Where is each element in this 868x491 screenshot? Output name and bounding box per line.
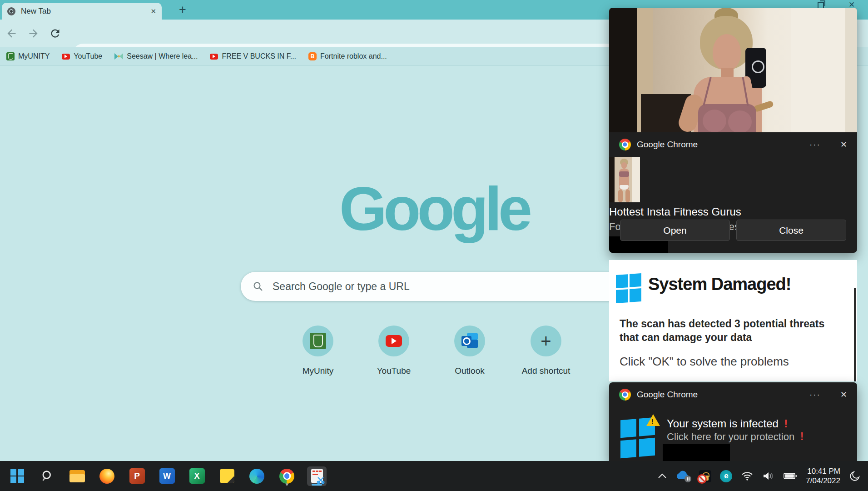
popup-scrollbar[interactable] xyxy=(854,288,856,381)
toast-actions: Open Close xyxy=(620,220,846,241)
myunity-favicon xyxy=(6,52,15,60)
popup-body: The scan has detected 3 potential threat… xyxy=(620,317,835,344)
chrome-running-indicator xyxy=(286,483,288,486)
bookmark-label: MyUNITY xyxy=(18,52,50,60)
volume-icon[interactable] xyxy=(762,471,775,481)
shortcut-label: YouTube xyxy=(367,366,421,376)
clock-date: 7/04/2022 xyxy=(806,476,840,486)
tab-title: New Tab xyxy=(21,7,150,16)
eset-icon[interactable]: e xyxy=(720,470,732,482)
bookmark-label: FREE V BUCKS IN F... xyxy=(222,52,296,60)
red-exclamation-icon: ! xyxy=(784,417,788,430)
notification-fitness[interactable]: Google Chrome ··· ✕ Hottest Insta Fitnes… xyxy=(609,8,857,253)
blogger-favicon: B xyxy=(308,52,317,60)
toast-more-icon[interactable]: ··· xyxy=(809,140,821,150)
word-icon[interactable]: W xyxy=(157,466,177,486)
tab-close-icon[interactable]: ✕ xyxy=(150,7,156,15)
snipping-tool-icon[interactable] xyxy=(307,466,327,486)
bookmark-label: Fortnite roblox and... xyxy=(320,52,387,60)
myunity-icon xyxy=(310,333,326,349)
security-lock-blocked-icon[interactable] xyxy=(699,470,711,482)
back-button[interactable] xyxy=(5,27,18,40)
bookmark-myunity[interactable]: MyUNITY xyxy=(6,52,50,60)
outlook-icon xyxy=(461,333,478,349)
edge-icon[interactable] xyxy=(247,466,267,486)
toast-app-name: Google Chrome xyxy=(637,390,698,400)
shortcut-label: Outlook xyxy=(442,366,497,376)
bookmark-free-vbucks[interactable]: FREE V BUCKS IN F... xyxy=(210,52,296,60)
bookmark-label: YouTube xyxy=(74,52,102,60)
bookmark-fortnite-blog[interactable]: B Fortnite roblox and... xyxy=(308,52,387,60)
shortcut-outlook[interactable]: Outlook xyxy=(442,326,497,376)
system-tray: e 10:41 PM 7/04/2022 xyxy=(657,466,861,486)
shortcut-add[interactable]: + Add shortcut xyxy=(519,326,573,376)
firefox-icon[interactable] xyxy=(97,466,117,486)
red-exclamation-icon: ! xyxy=(800,431,804,442)
plus-icon: + xyxy=(541,332,551,350)
toast-header: Google Chrome ··· ✕ xyxy=(609,132,857,157)
youtube-favicon xyxy=(210,54,218,60)
clock-time: 10:41 PM xyxy=(806,466,840,476)
bookmark-seesaw[interactable]: Seesaw | Where lea... xyxy=(114,52,198,60)
start-button[interactable] xyxy=(7,466,27,486)
bookmark-youtube[interactable]: YouTube xyxy=(62,52,102,60)
toast-header: Google Chrome ··· ✕ xyxy=(609,382,857,407)
popup-title: System Damaged! xyxy=(648,275,791,294)
night-mode-moon-icon[interactable] xyxy=(849,470,861,482)
search-input[interactable]: Search Google or type a URL xyxy=(241,272,632,301)
file-explorer-icon[interactable] xyxy=(67,466,87,486)
windows-logo xyxy=(616,273,641,303)
toast-more-icon[interactable]: ··· xyxy=(809,390,821,400)
toast-title: Your system is infected ! xyxy=(667,417,788,430)
active-app-indicator xyxy=(312,484,322,486)
shortcut-myunity[interactable]: MyUnity xyxy=(291,326,345,376)
refresh-button[interactable] xyxy=(49,27,61,40)
popup-cta: Click ”OK” to solve the problems xyxy=(620,355,789,369)
new-tab-button[interactable]: + xyxy=(174,1,191,18)
toast-close-icon[interactable]: ✕ xyxy=(840,140,847,150)
open-button[interactable]: Open xyxy=(620,220,730,241)
warning-triangle-mark: ! xyxy=(651,418,654,425)
toast-title: Hottest Insta Fitness Gurus xyxy=(609,205,857,218)
onedrive-paused-icon[interactable] xyxy=(676,471,690,481)
search-placeholder: Search Google or type a URL xyxy=(273,281,600,293)
toast-subtitle: Click here for your protection ! xyxy=(667,431,804,443)
forward-button[interactable] xyxy=(27,27,40,40)
powerpoint-icon[interactable]: P xyxy=(127,466,147,486)
chrome-taskbar-icon[interactable] xyxy=(277,466,297,486)
toast-app-name: Google Chrome xyxy=(637,140,698,150)
toast-close-icon[interactable]: ✕ xyxy=(840,390,847,400)
taskbar-apps: P W X xyxy=(7,466,327,486)
shortcut-label: MyUnity xyxy=(291,366,345,376)
chrome-icon xyxy=(619,389,631,401)
redacted-url xyxy=(663,444,730,461)
notification-infected[interactable]: Google Chrome ··· ✕ ! Your system is inf… xyxy=(609,382,857,461)
sticky-notes-icon[interactable] xyxy=(217,466,237,486)
youtube-icon xyxy=(386,335,402,347)
tab-new-tab[interactable]: New Tab ✕ xyxy=(2,3,162,20)
notification-hero-image[interactable] xyxy=(609,8,857,132)
tray-chevron-up-icon[interactable] xyxy=(657,473,667,479)
close-button[interactable]: Close xyxy=(736,220,846,241)
youtube-favicon xyxy=(62,54,70,60)
bookmark-label: Seesaw | Where lea... xyxy=(127,52,198,60)
notification-thumbnail-image xyxy=(609,157,640,202)
wifi-icon[interactable] xyxy=(741,471,754,481)
battery-icon[interactable] xyxy=(784,472,797,480)
taskbar-clock[interactable]: 10:41 PM 7/04/2022 xyxy=(806,466,840,486)
shortcut-label: Add shortcut xyxy=(519,366,573,376)
taskbar-search-icon[interactable] xyxy=(37,466,57,486)
excel-icon[interactable]: X xyxy=(187,466,207,486)
taskbar: P W X xyxy=(0,461,868,491)
search-icon xyxy=(253,281,263,292)
chrome-icon xyxy=(619,139,631,150)
system-damaged-popup[interactable]: System Damaged! The scan has detected 3 … xyxy=(609,260,857,381)
seesaw-favicon xyxy=(114,53,123,60)
tab-favicon-chrome-icon xyxy=(7,7,15,15)
shortcut-youtube[interactable]: YouTube xyxy=(367,326,421,376)
